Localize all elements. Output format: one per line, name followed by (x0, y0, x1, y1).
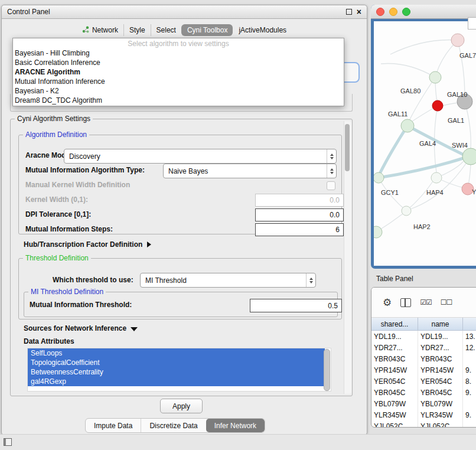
dropdown-item[interactable]: Bayesian - K2 (13, 86, 344, 96)
mi-type-select[interactable]: Naive Bayes (163, 164, 337, 178)
cyni-settings-group: Cyni Algorithm Settings Algorithm Defini… (10, 119, 353, 396)
tab-style[interactable]: Style (123, 24, 151, 36)
columns-icon[interactable] (400, 298, 411, 307)
column-header-extra[interactable] (463, 318, 476, 330)
control-panel-titlebar: Control Panel × (2, 5, 367, 19)
network-node[interactable] (431, 172, 442, 183)
table-row[interactable]: YBR045CYBR045C9. (371, 387, 476, 398)
dropdown-item-selected[interactable]: ARACNE Algorithm (13, 67, 344, 77)
apply-button[interactable]: Apply (160, 399, 203, 413)
mi-threshold-field[interactable]: 0.5 (250, 299, 342, 312)
float-window-icon[interactable] (346, 9, 352, 15)
stepper-icon (306, 273, 315, 287)
select-all-columns-icon[interactable]: ☑☑ (420, 298, 432, 306)
network-node[interactable] (462, 148, 476, 165)
table-row[interactable]: YBL079WYBL079W (371, 398, 476, 409)
mi-steps-label: Mutual Information Steps: (25, 225, 113, 233)
network-node[interactable] (402, 206, 411, 216)
network-node[interactable] (374, 172, 384, 183)
dropdown-item[interactable]: Mutual Information Inference (13, 77, 344, 86)
node-label: GAL1 (448, 117, 464, 124)
attribute-item[interactable]: gal4RGexp (28, 377, 325, 386)
node-label: HAP2 (413, 223, 431, 230)
node-label: GAL80 (400, 87, 420, 94)
attribute-item[interactable]: BetweennessCentrality (28, 367, 325, 377)
network-canvas[interactable]: GAL7 GAL80 GAL10 GAL11 GAL1 GAL4 SWI4 GC… (374, 21, 476, 266)
table-panel-window: ⚙ ☑☑ ☐☐ shared... name YDL19...YDL19...1… (371, 287, 476, 428)
tab-jactivemodules[interactable]: jActiveModules (233, 24, 292, 36)
control-panel-window: Control Panel × Network Style Select Cyn… (1, 5, 367, 435)
node-label: GAL4 (419, 140, 436, 147)
node-label: HAP4 (426, 189, 444, 196)
settings-scrollbar-track[interactable] (344, 121, 351, 394)
dropdown-item[interactable]: Basic Correlation Inference (13, 58, 344, 67)
close-icon[interactable]: × (357, 9, 361, 15)
window-title: Control Panel (7, 8, 50, 16)
tab-impute-data[interactable]: Impute Data (86, 419, 141, 432)
manual-kernel-checkbox[interactable] (327, 181, 335, 190)
table-row[interactable]: YDR27...YDR27...12. (371, 342, 476, 353)
table-toolbar: ⚙ ☑☑ ☐☐ (371, 288, 476, 318)
table-header: shared... name (371, 318, 476, 331)
table-row[interactable]: YBR043CYBR043C (371, 353, 476, 364)
zoom-traffic-light-icon[interactable] (402, 8, 410, 16)
stepper-icon (327, 149, 336, 163)
which-threshold-select[interactable]: MI Threshold (140, 273, 316, 288)
network-edges-highlighted (379, 126, 464, 178)
attribute-item[interactable]: SelfLoops (28, 348, 325, 358)
mi-threshold-group-title: MI Threshold Definition (28, 288, 106, 296)
node-label: GAL11 (388, 110, 407, 118)
dropdown-item[interactable]: Dream8 DC_TDC Algorithm (13, 96, 344, 105)
dropdown-item[interactable]: Bayesian - Hill Climbing (13, 48, 344, 58)
tab-cyni-toolbox[interactable]: Cyni Toolbox (181, 24, 233, 36)
table-row[interactable]: YDL19...YDL19...13. (371, 331, 476, 342)
mi-steps-field[interactable]: 6 (255, 223, 344, 236)
node-label: SWI4 (452, 142, 468, 149)
node-label: Y (472, 188, 476, 195)
network-node[interactable] (451, 34, 464, 47)
network-node[interactable] (429, 71, 441, 83)
dpi-tolerance-field[interactable]: 0.0 (255, 208, 344, 221)
attribute-item[interactable]: TopologicalCoefficient (28, 358, 325, 367)
tab-network[interactable]: Network (77, 24, 123, 37)
column-header-name[interactable]: name (418, 318, 463, 330)
expand-arrow-icon[interactable] (147, 242, 151, 247)
table-panel-title: Table Panel (376, 275, 413, 283)
hub-section-row: Hub/Transcription Factor Definition (24, 240, 151, 249)
kernel-width-field[interactable]: 0.0 (255, 194, 344, 207)
dpi-tolerance-label: DPI Tolerance [0,1]: (25, 210, 91, 219)
aracne-mode-select[interactable]: Discovery (64, 149, 337, 164)
network-node[interactable] (401, 119, 414, 132)
column-header-shared-name[interactable]: shared... (371, 318, 418, 330)
close-traffic-light-icon[interactable] (376, 8, 384, 16)
tab-discretize-data[interactable]: Discretize Data (141, 419, 206, 432)
network-edges (376, 40, 471, 233)
node-label: GCY1 (381, 189, 399, 196)
mi-threshold-label: Mutual Information Threshold: (30, 301, 132, 309)
minimize-traffic-light-icon[interactable] (389, 8, 397, 16)
deselect-all-columns-icon[interactable]: ☐☐ (441, 298, 452, 306)
collapse-arrow-icon[interactable] (131, 327, 138, 331)
table-row[interactable]: YLR345WYLR345W9. (371, 409, 476, 420)
dropdown-placeholder: Select algorithm to view settings (13, 39, 344, 48)
table-row[interactable]: YPR145WYPR145W9. (371, 364, 476, 376)
data-attributes-label: Data Attributes (24, 337, 74, 345)
settings-scrollbar-thumb[interactable] (345, 124, 350, 171)
tab-infer-network[interactable]: Infer Network (206, 419, 265, 432)
table-row[interactable]: YJL052CYJL052C (371, 420, 476, 428)
stepper-icon (327, 164, 336, 178)
tab-select[interactable]: Select (151, 24, 181, 36)
algorithm-definition-title: Algorithm Definition (23, 131, 89, 139)
show-panel-icon[interactable] (4, 438, 12, 446)
sources-section-row: Sources for Network Inference (24, 324, 138, 332)
algorithm-definition-group: Algorithm Definition Aracne Mode: Discov… (18, 135, 342, 234)
network-view-window: GAL7 GAL80 GAL10 GAL11 GAL1 GAL4 SWI4 GC… (371, 5, 476, 269)
gear-icon[interactable]: ⚙ (383, 298, 392, 308)
table-row[interactable]: YER054CYER054C8. (371, 376, 476, 387)
network-node[interactable] (432, 100, 443, 111)
network-node[interactable] (374, 226, 382, 238)
list-scrollbar-thumb[interactable] (324, 349, 330, 391)
network-tab-icon (82, 26, 89, 35)
network-scroll-corner[interactable] (468, 17, 476, 30)
network-window-titlebar (371, 5, 476, 19)
